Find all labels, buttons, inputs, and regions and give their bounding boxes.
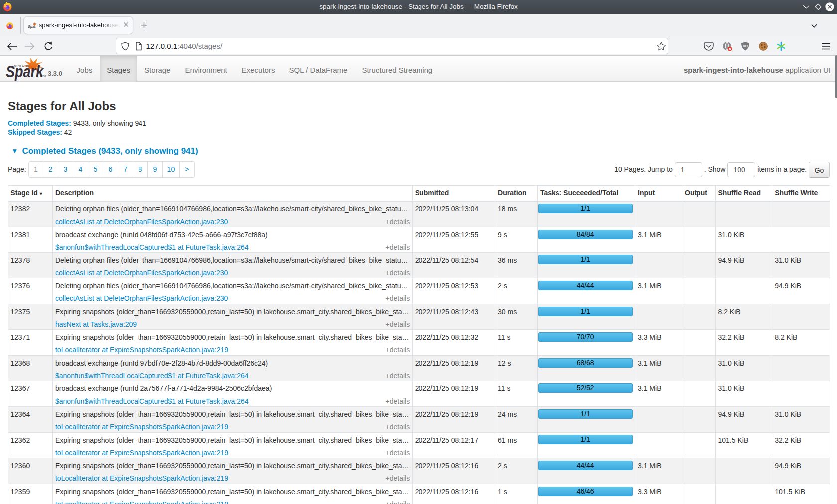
- svg-text:Spark: Spark: [6, 63, 44, 81]
- svg-text:TM: TM: [42, 75, 46, 78]
- svg-text:Spark: Spark: [28, 25, 36, 29]
- svg-text:uO: uO: [743, 44, 748, 48]
